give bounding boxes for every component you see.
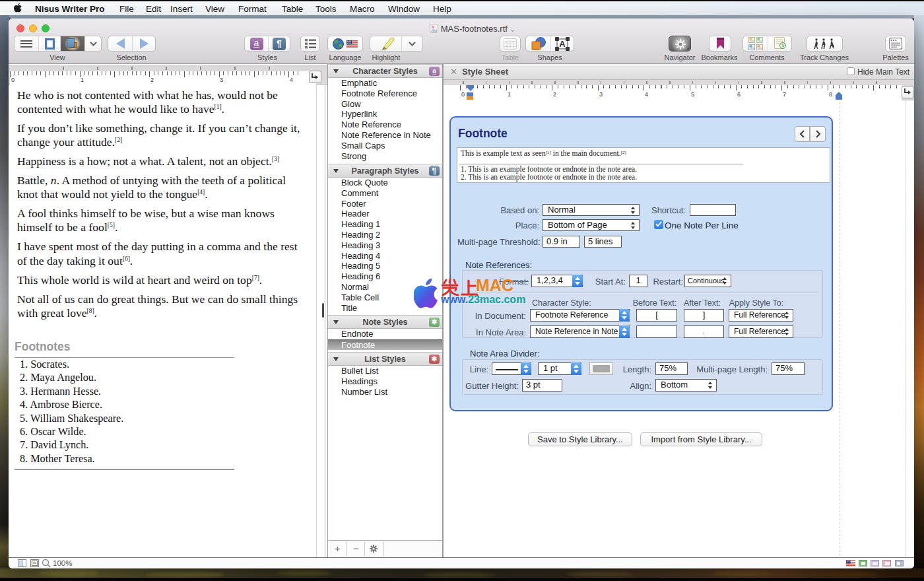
svg-text:A: A (559, 39, 566, 49)
